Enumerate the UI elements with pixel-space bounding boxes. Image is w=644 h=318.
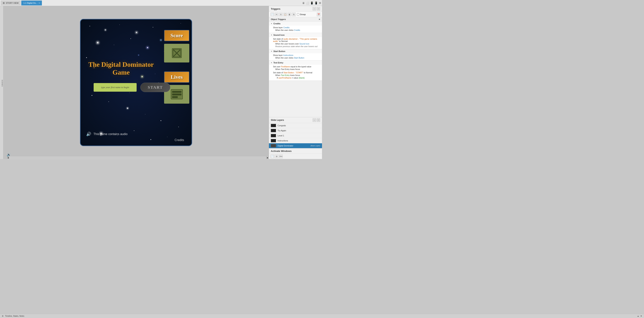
activate-text: Activate Windows <box>271 150 292 152</box>
te-trigger-action2: Set state of Start Button - "START" to N… <box>273 72 319 74</box>
sound-toggle[interactable]: 🔊 <box>7 153 11 157</box>
text-entry-group-header[interactable]: ▼ Text Entry <box>269 61 322 65</box>
game-title-text: The Digital Dominator Game <box>88 61 154 76</box>
layer-instructions[interactable]: Instructions <box>269 138 322 143</box>
lives-label: Lives <box>171 74 183 80</box>
score-button[interactable]: Score <box>164 30 189 41</box>
te-action1-var[interactable]: FirstName <box>281 66 290 68</box>
monitor-icon[interactable]: 🖥 <box>302 2 305 5</box>
topbar: ⊞ STORY VIEW 1.1 Digital Do... × 🖥 ⬜ 📱 📱… <box>0 0 322 6</box>
group-label: Group <box>297 13 306 16</box>
main-area: SCENES <box>0 6 322 159</box>
triggers-title: Triggers <box>271 8 280 10</box>
name-input-area[interactable]: type your first name to begin <box>94 83 136 92</box>
mobile-icon[interactable]: 📱 <box>314 2 318 5</box>
object-triggers-title: Object Triggers <box>271 18 286 20</box>
top-right-icons: 🖥 ⬜ 📱 📱 ⚙ <box>302 2 321 5</box>
calendar-btn[interactable]: 📅 <box>317 13 320 16</box>
svg-rect-5 <box>172 91 182 93</box>
scenes-panel: SCENES <box>0 6 3 159</box>
group-checkbox[interactable] <box>297 13 299 16</box>
edit-trigger-btn[interactable]: ✏ <box>275 13 278 16</box>
sound-trigger-condition1: When the user hovers over Sound Icon <box>275 43 319 45</box>
te-action1-text: Set user <box>273 66 280 68</box>
te-cond2-link[interactable]: Text Entry <box>281 74 290 76</box>
start-trigger-action: Show layer Instructions <box>273 54 319 56</box>
slide-tab-label: 1.1 Digital Do... <box>23 2 38 4</box>
window-icon[interactable]: ⬜ <box>306 2 309 5</box>
new-layer-btn[interactable]: 📄 <box>270 155 274 158</box>
minimize-triggers-btn[interactable]: ─ <box>313 7 316 11</box>
lives-button[interactable]: Lives <box>164 72 189 83</box>
volume-icon: 🔊 <box>7 153 11 157</box>
minimize-layers-btn[interactable]: ─ <box>313 118 316 122</box>
h-scroll-track <box>10 157 266 159</box>
start-cond-link[interactable]: Start Button <box>294 57 304 59</box>
layers-header-icons: ─ □ <box>313 118 320 122</box>
copy-trigger-btn[interactable]: ⎘ <box>279 13 283 16</box>
story-view-tab[interactable]: ⊞ STORY VIEW <box>1 1 20 6</box>
story-view-label: STORY VIEW <box>6 2 18 4</box>
credits-cond-text: When the user clicks <box>275 29 294 31</box>
text-entry-trigger-group: ▼ Text Entry Set user FirstName equal to… <box>269 61 322 81</box>
layer-level-1[interactable]: Level 1 <box>269 133 322 138</box>
sound-icon-svg <box>171 48 182 59</box>
object-triggers-close[interactable]: ✕ <box>319 18 320 20</box>
horizontal-scrollbar[interactable]: ◀ ▶ <box>7 156 269 159</box>
te-cond3-var[interactable]: userFirstName <box>278 77 291 79</box>
layer-thumb-digital-dominator <box>271 144 276 147</box>
credits-cond-link[interactable]: Credits <box>294 29 300 31</box>
sound-icon-group-header[interactable]: ▼ Sound Icon <box>269 33 322 37</box>
layer-thumb-instructions <box>271 139 276 142</box>
credits-trigger-group: ▼ Credits Show layer Credits When the us… <box>269 22 322 33</box>
triggers-toolbar: 📄 ✏ ⎘ 📋 🗑 ⇅ Group 📅 <box>269 12 322 17</box>
triggers-scroll-area[interactable]: ▼ Credits Show layer Credits When the us… <box>269 22 322 117</box>
credits-text[interactable]: Credits <box>174 138 184 142</box>
delete-trigger-btn[interactable]: 🗑 <box>288 13 291 16</box>
start-cond-text: When the user clicks <box>275 57 294 59</box>
start-button-group-header[interactable]: ▼ Start Button <box>269 49 322 53</box>
scroll-left-btn[interactable]: ◀ <box>7 157 9 159</box>
credits-label: Credits <box>174 138 184 142</box>
sound-icon-box[interactable] <box>164 44 189 63</box>
start-collapse-arrow: ▼ <box>271 51 272 52</box>
te-trigger-action1: Set user FirstName equal to the typed va… <box>273 66 319 68</box>
start-button[interactable]: START <box>140 83 170 92</box>
layer-digital-dominator[interactable]: Digital Dominator (Base Layer) <box>269 143 322 148</box>
maximize-triggers-btn[interactable]: □ <box>317 7 320 11</box>
triggers-header-icons: ─ □ <box>313 7 320 11</box>
te-cond3-link[interactable]: (blank) <box>299 77 304 79</box>
sound-icon-group-name: Sound Icon <box>274 34 284 36</box>
settings-layer-btn[interactable]: ⚙ <box>275 155 278 158</box>
te-action2-link[interactable]: Start Button - "START" <box>284 72 303 74</box>
start-action-link[interactable]: Instructions <box>283 54 294 56</box>
sound-action-text: Set state of <box>273 38 283 40</box>
sound-trigger-condition2: Restore previous state when the user hov… <box>275 45 319 48</box>
right-panel: Triggers ─ □ 📄 ✏ ⎘ 📋 🗑 ⇅ Group 📅 Object … <box>269 6 322 159</box>
sound-trigger-action: Set state of audio disclaimer - "This ga… <box>273 38 319 42</box>
slide-layers-title: Slide Layers <box>271 119 284 121</box>
layer-congrats[interactable]: Congrats <box>269 123 322 128</box>
tablet-icon[interactable]: 📱 <box>310 2 314 5</box>
deactivate-layer-btn[interactable]: Dim <box>279 155 283 158</box>
move-trigger-btn[interactable]: ⇅ <box>292 13 296 16</box>
settings-icon[interactable]: ⚙ <box>319 2 321 5</box>
start-button-group-name: Start Button <box>274 50 285 52</box>
credits-group-header[interactable]: ▼ Credits <box>269 22 322 26</box>
paste-trigger-btn[interactable]: 📋 <box>283 13 287 16</box>
sound-cond2-text: Restore previous state when the user hov… <box>275 45 318 48</box>
te-trigger-condition1: When Text Entry loses focus <box>275 68 319 70</box>
layer-thumb-try-again <box>271 129 276 132</box>
sound-collapse-arrow: ▼ <box>271 34 272 36</box>
scenes-label: SCENES <box>1 80 3 87</box>
scroll-right-btn[interactable]: ▶ <box>266 157 269 159</box>
close-tab-icon[interactable]: × <box>39 2 40 4</box>
maximize-layers-btn[interactable]: □ <box>317 118 320 122</box>
layer-try-again[interactable]: Try Again <box>269 128 322 133</box>
slide-tab[interactable]: 1.1 Digital Do... × <box>21 1 42 6</box>
sound-cond1-link[interactable]: Sound Icon <box>300 43 309 45</box>
sound-icon-group-body: Set state of audio disclaimer - "This ga… <box>269 37 322 49</box>
new-trigger-btn[interactable]: 📄 <box>270 13 274 16</box>
credits-action-link[interactable]: Credits <box>283 26 290 29</box>
layer-badge-digital-dominator: (Base Layer) <box>310 145 320 147</box>
